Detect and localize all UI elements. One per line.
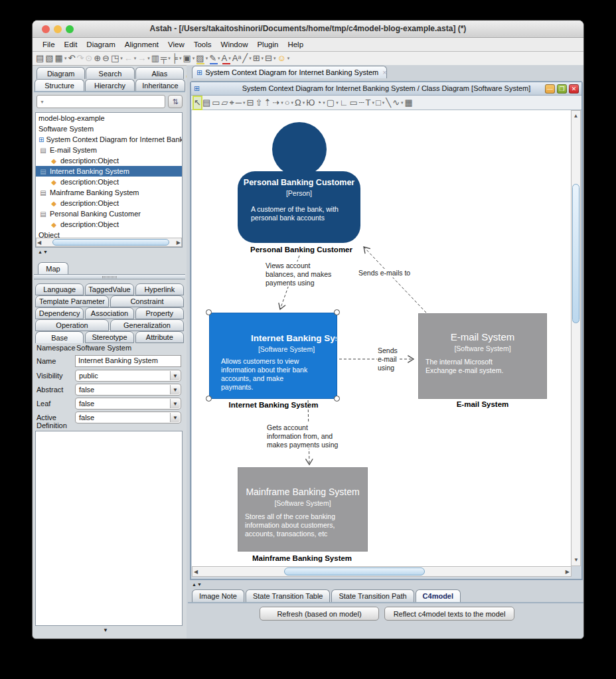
scroll-up-icon[interactable]: ▲ (572, 112, 580, 120)
tree-filter-input[interactable]: ▼ (37, 95, 165, 108)
tab-system-context-diagram[interactable]: ⊞ System Context Diagram for Internet Ba… (192, 66, 387, 78)
tree-splitter-arrows[interactable]: ▲▼ (38, 250, 48, 254)
angle-line-tool-icon[interactable]: ∟ (340, 97, 348, 109)
chevron-down-icon[interactable]: ▾ (228, 56, 231, 61)
scroll-down-icon[interactable]: ▼ (574, 556, 579, 564)
tree-item-description-object[interactable]: ◆description:Object (36, 198, 182, 208)
small-circle-tool-icon[interactable]: ○▾ (285, 97, 293, 109)
close-icon[interactable]: × (382, 68, 386, 76)
node-personal-banking-customer[interactable]: Personal Banking Customer [Person] A cus… (238, 171, 360, 243)
tab-base[interactable]: Base (35, 331, 84, 343)
hierarchy-icon[interactable]: ⊞▾ (253, 52, 264, 64)
fit-window-icon[interactable]: ◳▾ (111, 52, 123, 64)
chevron-down-icon[interactable]: ▾ (291, 100, 294, 106)
tree-scrollbar-thumb[interactable] (52, 239, 169, 246)
tab-hyperlink[interactable]: Hyperlink (135, 283, 184, 295)
connector-icon[interactable]: ╱▾ (242, 52, 251, 64)
chevron-down-icon[interactable]: ▾ (218, 56, 220, 61)
node-mainframe-banking-system[interactable]: Mainframe Banking System [Software Syste… (238, 467, 368, 552)
chevron-down-icon[interactable]: ▼ (170, 413, 180, 422)
structure-tree[interactable]: model-blog-exampleSoftware System⊞System… (35, 112, 183, 248)
chevron-down-icon[interactable]: ▾ (382, 100, 385, 106)
tab-property[interactable]: Property (135, 307, 184, 319)
tab-inheritance[interactable]: Inheritance (135, 79, 185, 91)
chevron-down-icon[interactable]: ▾ (134, 56, 137, 61)
restore-button[interactable]: ❐ (557, 84, 567, 94)
node-internet-banking-system[interactable]: Internet Banking System [Software System… (209, 313, 337, 399)
editor-splitter-arrows[interactable]: ▲▼ (192, 582, 202, 587)
pointer-tool-icon[interactable]: ↖ (194, 97, 201, 109)
chevron-down-icon[interactable]: ▾ (168, 56, 171, 61)
menu-view[interactable]: View (163, 40, 189, 48)
definition-textarea[interactable] (35, 431, 183, 626)
rounded-rect-tool-icon[interactable]: ▢▾ (327, 97, 339, 109)
chevron-down-icon[interactable]: ▾ (206, 56, 208, 61)
pin-tool-icon[interactable]: ⌖ (230, 97, 234, 109)
canvas-horizontal-scrollbar[interactable]: ◀ ▶ (192, 566, 572, 577)
selection-handle[interactable] (206, 396, 212, 402)
realization-tool-icon[interactable]: ⇡ (264, 97, 271, 109)
chevron-down-icon[interactable]: ▾ (401, 100, 404, 106)
dependency-tool-icon[interactable]: ⇢▾ (272, 97, 283, 109)
tab-state-transition-path[interactable]: State Transition Path (331, 589, 414, 602)
menu-help[interactable]: Help (283, 40, 308, 48)
subsystem-tool-icon[interactable]: ▱ (222, 97, 228, 109)
curve-tool-icon[interactable]: ∿▾ (392, 97, 403, 109)
selection-handle[interactable] (334, 396, 340, 402)
tab-taggedvalue[interactable]: TaggedValue (85, 283, 133, 295)
chevron-down-icon[interactable]: ▾ (303, 100, 305, 106)
tree-item-software-system[interactable]: Software System (36, 123, 182, 134)
chevron-down-icon[interactable]: ▾ (64, 56, 67, 61)
diagonal-line-tool-icon[interactable]: ╲ (386, 97, 391, 109)
horizontal-scrollbar-thumb[interactable] (284, 567, 425, 575)
emoticon-icon[interactable]: ☺▾ (277, 52, 289, 64)
ball-socket-tool-icon[interactable]: Ю (306, 97, 315, 109)
tree-horizontal-scrollbar[interactable]: ◀ ▶ (36, 238, 182, 247)
zoom-out-icon[interactable]: ⊖ (102, 52, 110, 64)
menu-window[interactable]: Window (216, 40, 253, 48)
chevron-down-icon[interactable]: ▾ (273, 56, 276, 61)
chevron-down-icon[interactable]: ▾ (262, 56, 264, 61)
usecase-tool-icon[interactable]: ◔▾ (316, 97, 325, 109)
chevron-down-icon[interactable]: ▾ (287, 56, 290, 61)
line-color-icon[interactable]: ✎▾ (209, 52, 220, 64)
rect-tool-icon[interactable]: □▾ (376, 97, 384, 109)
layout-icon[interactable]: ⊟▾ (265, 52, 275, 64)
left-panel-collapse-arrow[interactable]: ▼ (103, 627, 108, 633)
menu-tools[interactable]: Tools (189, 40, 216, 48)
chevron-down-icon[interactable]: ▾ (243, 100, 246, 106)
canvas-vertical-scrollbar[interactable]: ▲ ▼ (571, 110, 581, 566)
chevron-down-icon[interactable]: ▾ (179, 56, 182, 61)
image-tool-icon[interactable]: ▦ (405, 97, 413, 109)
vertical-scrollbar-thumb[interactable] (572, 184, 579, 323)
name-field[interactable]: Internet Banking System (75, 355, 181, 367)
diagram-window-titlebar[interactable]: ⊞ System Context Diagram for Internet Ba… (191, 82, 581, 96)
forward-icon[interactable]: →▾ (137, 52, 150, 64)
tab-association[interactable]: Association (85, 307, 133, 319)
tab-alias[interactable]: Alias (135, 67, 184, 79)
tab-diagram[interactable]: Diagram (37, 67, 85, 79)
tab-image-note[interactable]: Image Note (192, 589, 244, 602)
scroll-right-icon[interactable]: ▶ (177, 239, 181, 247)
chevron-down-icon[interactable]: ▾ (249, 56, 252, 61)
diagram-canvas[interactable]: Personal Banking Customer [Person] A cus… (192, 110, 572, 566)
tab-stereotype[interactable]: Stereotype (85, 331, 133, 343)
node-email-system[interactable]: E-mail System [Software System] The inte… (418, 313, 547, 399)
visibility-select[interactable]: public▼ (75, 370, 181, 382)
redo-icon[interactable]: ↷ (76, 52, 84, 64)
container-tool-icon[interactable]: ⊟ (247, 97, 254, 109)
scroll-left-icon[interactable]: ◀ (194, 568, 198, 576)
line-tool-icon[interactable]: ─▾ (236, 97, 246, 109)
class-tool-icon[interactable]: ▤ (202, 97, 210, 109)
sort-button[interactable]: ⇅ (168, 95, 183, 108)
text-tool-icon[interactable]: T▾ (366, 97, 374, 109)
tab-template-parameter[interactable]: Template Parameter (35, 295, 109, 307)
close-button[interactable]: ✕ (569, 84, 579, 94)
map-splitter-bar[interactable] (34, 274, 185, 279)
chevron-down-icon[interactable]: ▾ (147, 56, 150, 61)
edge-ibs-to-person-email[interactable] (364, 247, 426, 313)
chevron-down-icon[interactable]: ▾ (372, 100, 374, 106)
tab-hierarchy[interactable]: Hierarchy (85, 79, 135, 91)
person-head[interactable] (272, 122, 327, 177)
menu-edit[interactable]: Edit (60, 40, 82, 48)
